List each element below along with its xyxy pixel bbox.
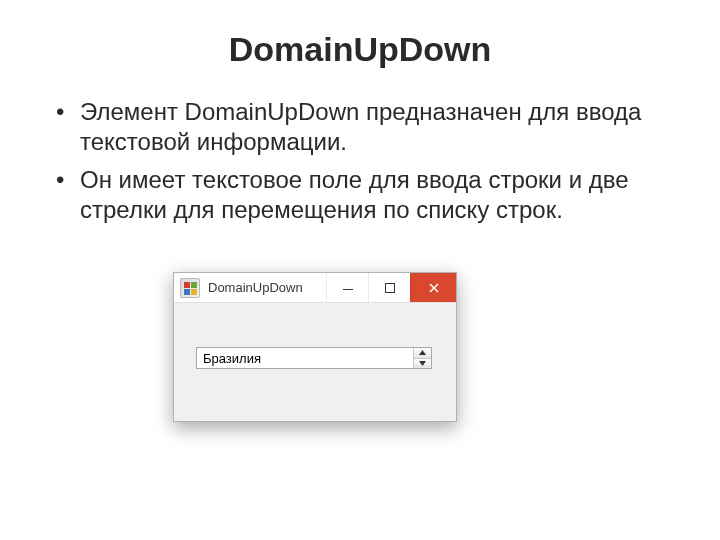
maximize-button[interactable] — [368, 273, 410, 302]
spinner-down-button[interactable] — [414, 358, 431, 369]
domainupdown-spinner — [413, 348, 431, 368]
domainupdown-control — [196, 347, 432, 369]
minimize-icon — [343, 289, 353, 291]
window-control-buttons — [326, 273, 456, 302]
app-window: DomainUpDown — [173, 272, 457, 422]
window-title: DomainUpDown — [206, 273, 326, 302]
spinner-up-button[interactable] — [414, 348, 431, 358]
domainupdown-input[interactable] — [197, 348, 413, 368]
bullet-list: Элемент DomainUpDown предназначен для вв… — [50, 97, 670, 225]
presentation-slide: DomainUpDown Элемент DomainUpDown предна… — [0, 0, 720, 540]
close-icon — [428, 282, 440, 294]
window-titlebar[interactable]: DomainUpDown — [174, 273, 456, 303]
svg-marker-2 — [419, 350, 426, 355]
app-icon — [180, 278, 200, 298]
bullet-item: Он имеет текстовое поле для ввода строки… — [50, 165, 670, 225]
chevron-down-icon — [419, 361, 426, 366]
chevron-up-icon — [419, 350, 426, 355]
window-client-area — [174, 303, 456, 421]
minimize-button[interactable] — [326, 273, 368, 302]
maximize-icon — [385, 283, 395, 293]
slide-title: DomainUpDown — [50, 30, 670, 69]
bullet-item: Элемент DomainUpDown предназначен для вв… — [50, 97, 670, 157]
svg-marker-3 — [419, 361, 426, 366]
close-button[interactable] — [410, 273, 456, 302]
